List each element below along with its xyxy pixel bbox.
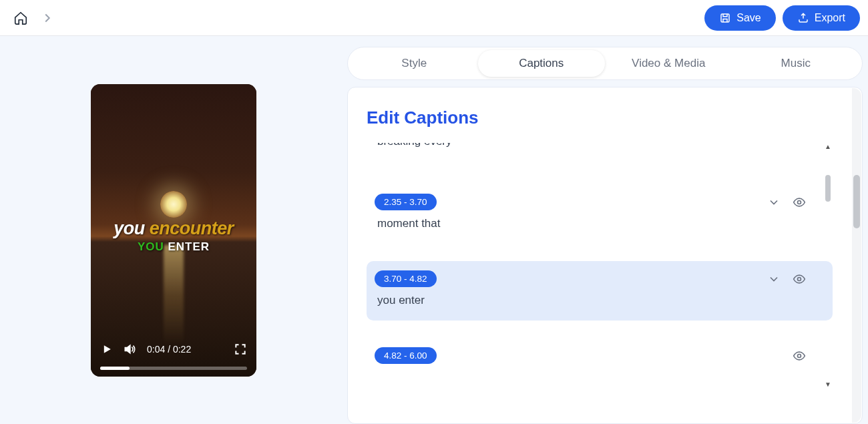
- nav-left: [8, 11, 55, 25]
- overlay-line1-b: encounter: [150, 218, 234, 238]
- time-badge: 2.35 - 3.70: [375, 194, 437, 210]
- home-icon[interactable]: [13, 11, 28, 25]
- outer-scrollbar[interactable]: [852, 88, 861, 423]
- scroll-up-icon[interactable]: ▲: [825, 143, 831, 151]
- panel-title: Edit Captions: [367, 108, 833, 128]
- chevron-down-icon[interactable]: [767, 196, 781, 209]
- video-time: 0:04 / 0:22: [147, 344, 191, 355]
- video-progress-fill: [100, 367, 130, 370]
- caption-overlay: you encounter YOU ENTER: [91, 218, 256, 254]
- preview-column: you encounter YOU ENTER 0:04 / 0:22: [0, 36, 347, 424]
- editor-column: Style Captions Video & Media Music Edit …: [347, 36, 868, 424]
- tab-video-media[interactable]: Video & Media: [605, 50, 732, 77]
- overlay-line1-a: you: [114, 218, 150, 238]
- video-sun: [160, 191, 187, 218]
- export-button[interactable]: Export: [783, 5, 860, 31]
- chevron-down-icon[interactable]: [767, 272, 781, 286]
- header-buttons: Save Export: [704, 5, 860, 31]
- editor-tabs: Style Captions Video & Media Music: [347, 47, 863, 80]
- overlay-line2-a: YOU: [138, 240, 168, 253]
- main-area: you encounter YOU ENTER 0:04 / 0:22: [0, 36, 868, 424]
- fullscreen-icon[interactable]: [234, 343, 247, 356]
- caption-item[interactable]: breaking every: [367, 143, 833, 162]
- tab-style[interactable]: Style: [351, 50, 478, 77]
- save-icon: [719, 12, 731, 24]
- tab-music[interactable]: Music: [732, 50, 860, 77]
- video-progress[interactable]: [100, 367, 247, 370]
- svg-rect-0: [721, 14, 729, 22]
- video-reflection: [164, 245, 184, 345]
- top-bar: Save Export: [0, 0, 868, 36]
- eye-icon[interactable]: [793, 349, 806, 363]
- time-badge: 3.70 - 4.82: [375, 270, 437, 287]
- caption-item-active[interactable]: 3.70 - 4.82 you enter: [367, 261, 833, 321]
- eye-icon[interactable]: [793, 272, 806, 286]
- caption-item[interactable]: 4.82 - 6.00: [367, 338, 833, 377]
- inner-scrollbar[interactable]: ▲ ▼: [825, 143, 831, 391]
- svg-point-1: [798, 200, 801, 204]
- captions-panel: Edit Captions breaking every 2.35 - 3.70: [347, 87, 863, 424]
- play-icon[interactable]: [100, 343, 114, 356]
- svg-point-3: [798, 354, 801, 357]
- save-button[interactable]: Save: [704, 5, 775, 31]
- video-controls: 0:04 / 0:22: [91, 335, 256, 377]
- caption-item[interactable]: 2.35 - 3.70 moment that: [367, 184, 833, 244]
- save-label: Save: [736, 12, 761, 24]
- export-label: Export: [815, 12, 845, 24]
- time-badge: 4.82 - 6.00: [375, 347, 437, 364]
- scroll-down-icon[interactable]: ▼: [825, 381, 831, 389]
- outer-scrollbar-thumb[interactable]: [853, 175, 860, 228]
- caption-text[interactable]: you enter: [375, 294, 806, 307]
- caption-text[interactable]: moment that: [375, 217, 806, 230]
- tab-captions[interactable]: Captions: [478, 50, 606, 77]
- eye-icon[interactable]: [793, 196, 806, 209]
- caption-list: breaking every 2.35 - 3.70: [367, 143, 833, 391]
- caption-text[interactable]: breaking every: [375, 143, 806, 148]
- volume-icon[interactable]: [123, 343, 136, 356]
- export-icon: [797, 12, 809, 24]
- overlay-line2-b: ENTER: [168, 240, 210, 253]
- inner-scrollbar-thumb[interactable]: [825, 175, 831, 202]
- video-preview[interactable]: you encounter YOU ENTER 0:04 / 0:22: [91, 84, 256, 377]
- chevron-right-icon[interactable]: [40, 11, 55, 25]
- svg-point-2: [798, 277, 801, 280]
